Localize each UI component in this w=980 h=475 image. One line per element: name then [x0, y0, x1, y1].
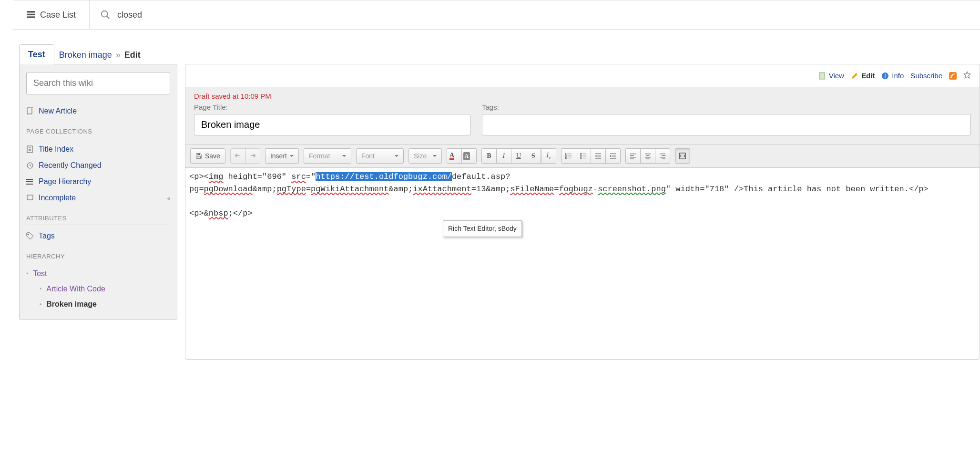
svg-text:3: 3	[565, 157, 567, 159]
right-column: View Edit i Info Subscribe	[177, 42, 980, 360]
star-icon[interactable]	[963, 71, 971, 80]
hierarchy-child-active[interactable]: • Broken image	[26, 297, 170, 312]
source-editor[interactable]: <p><img height="696" src="https://test.o…	[185, 167, 980, 359]
align-left-button[interactable]	[625, 148, 641, 164]
breadcrumb-row: Test Broken image » Edit	[19, 42, 177, 64]
title-index-link[interactable]: Title Index	[26, 141, 170, 157]
align-left-icon	[630, 153, 636, 159]
size-dropdown[interactable]: Size	[408, 148, 442, 164]
svg-rect-20	[819, 72, 825, 79]
breadcrumb: Broken image » Edit	[59, 50, 141, 64]
hierarchy-root[interactable]: • Test	[26, 266, 170, 281]
page-icon	[818, 72, 826, 80]
svg-rect-1	[27, 14, 35, 15]
hierarchy-heading: Hierarchy	[26, 253, 170, 263]
underline-button[interactable]: U	[511, 148, 526, 164]
breadcrumb-page-link[interactable]: Broken image	[59, 50, 112, 60]
remove-format-button[interactable]: Ix	[541, 148, 556, 164]
view-action[interactable]: View	[818, 72, 844, 80]
insert-dropdown[interactable]: Insert	[265, 148, 299, 164]
ul-icon	[580, 153, 587, 159]
recently-changed-link[interactable]: Recently Changed	[26, 157, 170, 174]
page-title-label: Page Title:	[194, 103, 470, 111]
caret-down-icon	[342, 155, 346, 157]
new-article-link[interactable]: New Article	[26, 103, 170, 119]
top-bar: Case List	[13, 0, 980, 30]
editor-header: Draft saved at 10:09 PM Page Title: Tags…	[185, 87, 980, 144]
strike-button[interactable]: S	[526, 148, 541, 164]
italic-button[interactable]: I	[496, 148, 511, 164]
breadcrumb-separator: »	[116, 50, 121, 60]
svg-rect-0	[27, 11, 35, 12]
size-label: Size	[414, 152, 427, 160]
breadcrumb-mode: Edit	[124, 50, 141, 60]
bg-color-button[interactable]: A	[461, 148, 477, 164]
draft-saved-message: Draft saved at 10:09 PM	[194, 92, 971, 100]
pencil-icon	[851, 72, 858, 80]
global-search-input[interactable]	[117, 10, 308, 20]
tags-link[interactable]: Tags	[26, 228, 170, 244]
save-button[interactable]: Save	[190, 148, 225, 164]
incomplete-label: Incomplete	[39, 194, 76, 202]
svg-point-35	[580, 155, 582, 157]
bold-button[interactable]: B	[481, 148, 497, 164]
left-column: Test Broken image » Edit New Article Pag…	[19, 42, 177, 360]
sidebar: New Article Page Collections Title Index…	[19, 64, 177, 320]
info-action[interactable]: i Info	[881, 72, 904, 80]
src-text: <p><img height="696" src="https://test.o…	[189, 172, 929, 194]
text-color-button[interactable]	[447, 148, 462, 164]
bullet-icon: •	[40, 301, 41, 308]
redo-button[interactable]	[245, 148, 260, 164]
undo-button[interactable]	[230, 148, 245, 164]
case-list-label: Case List	[40, 10, 76, 20]
edit-label: Edit	[861, 72, 875, 80]
source-icon	[679, 153, 686, 159]
outdent-button[interactable]	[591, 148, 606, 164]
bullet-list-button[interactable]	[576, 148, 591, 164]
new-article-label: New Article	[39, 107, 77, 115]
highlighted-url: https://test.oldfogbugz.com/	[316, 172, 452, 181]
align-group	[625, 148, 670, 164]
tags-input[interactable]	[482, 114, 971, 135]
page-body: Test Broken image » Edit New Article Pag…	[0, 30, 980, 360]
incomplete-icon	[26, 194, 34, 202]
list-indent-group: 123	[561, 148, 621, 164]
rss-glyph	[950, 73, 955, 78]
hierarchy-child[interactable]: • Article With Code	[26, 281, 170, 297]
svg-line-14	[30, 165, 31, 166]
wiki-search-input[interactable]	[26, 72, 170, 94]
action-bar: View Edit i Info Subscribe	[185, 64, 980, 87]
numbered-list-button[interactable]: 123	[561, 148, 576, 164]
insert-label: Insert	[270, 152, 287, 160]
svg-point-33	[580, 153, 582, 155]
format-dropdown[interactable]: Format	[304, 148, 351, 164]
global-search[interactable]	[90, 0, 980, 29]
svg-rect-5	[27, 108, 32, 114]
page-title-input[interactable]	[194, 114, 470, 135]
redo-icon	[249, 153, 256, 159]
case-list-button[interactable]: Case List	[13, 0, 90, 29]
hierarchy-child-label: Article With Code	[46, 285, 105, 293]
text-color-icon	[449, 152, 454, 160]
wiki-tab[interactable]: Test	[19, 44, 54, 64]
indent-button[interactable]	[605, 148, 621, 164]
subscribe-action[interactable]: Subscribe	[910, 72, 942, 80]
align-center-button[interactable]	[640, 148, 655, 164]
title-index-label: Title Index	[39, 145, 73, 154]
list-icon	[27, 10, 35, 19]
chevron-left-icon: ◂	[166, 194, 170, 203]
tag-icon	[26, 232, 34, 240]
align-right-button[interactable]	[655, 148, 670, 164]
page-title-field: Page Title:	[194, 103, 470, 135]
page-hierarchy-link[interactable]: Page Hierarchy	[26, 174, 170, 190]
source-button[interactable]	[675, 148, 690, 164]
svg-rect-25	[197, 154, 200, 155]
hierarchy-tree: • Test • Article With Code • Broken imag…	[26, 266, 170, 312]
font-dropdown[interactable]: Font	[356, 148, 404, 164]
rss-icon[interactable]	[949, 72, 957, 80]
edit-action[interactable]: Edit	[851, 72, 875, 80]
align-right-icon	[659, 153, 666, 159]
tags-label: Tags	[39, 232, 55, 240]
incomplete-link[interactable]: Incomplete ◂	[26, 190, 170, 206]
index-icon	[26, 145, 34, 153]
